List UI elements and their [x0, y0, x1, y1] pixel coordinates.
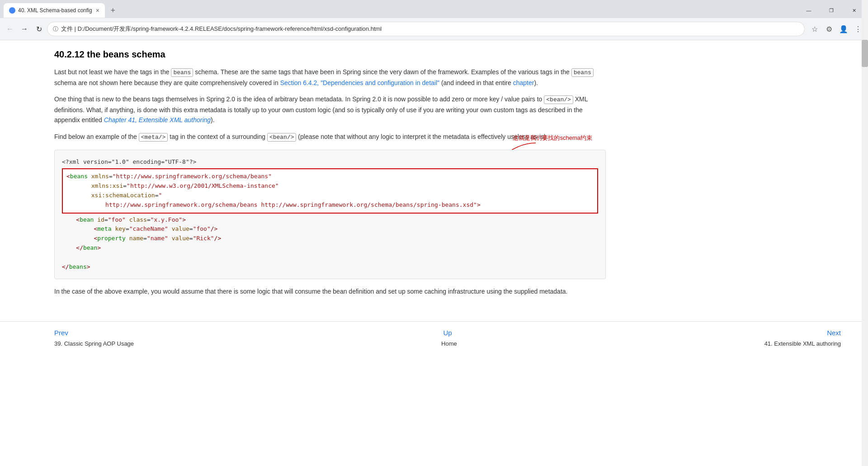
dependencies-link[interactable]: Section 6.4.2, "Dependencies and configu… — [280, 79, 439, 86]
bottom-nav: Prev Up Next 39. Classic Spring AOP Usag… — [0, 321, 868, 354]
back-button[interactable]: ← — [4, 23, 16, 35]
bean-close-bracket: </ — [76, 244, 83, 251]
maximize-button[interactable]: ❐ — [821, 3, 842, 18]
xmlns-attr: xmlns — [91, 173, 109, 180]
p1-text-end: ). — [534, 79, 538, 86]
meta-value-attr: value — [172, 225, 189, 232]
meta-self-close: /> — [211, 225, 218, 232]
address-bar[interactable]: ⓘ 文件 | D:/Document/开发库/spring-framework-… — [47, 22, 805, 36]
meta-tag: meta — [97, 225, 111, 232]
property-name-value: "name" — [147, 235, 168, 242]
user-button[interactable]: 👤 — [837, 23, 850, 35]
beans-close-bracket: > — [477, 201, 481, 208]
title-bar: 40. XML Schema-based config × + — ❐ ✕ — [0, 0, 868, 18]
tab-title: 40. XML Schema-based config — [18, 7, 92, 14]
beans-code-1: beans — [171, 68, 193, 77]
code-body: <bean id="foo" class="x.y.Foo"> <meta ke… — [62, 215, 598, 272]
code-pre: <?xml version="1.0" encoding="UTF-8"?> — [62, 157, 598, 167]
tab-close-button[interactable]: × — [96, 7, 99, 14]
code-block: <?xml version="1.0" encoding="UTF-8"?> <… — [54, 150, 606, 280]
up-page-label: Home — [441, 340, 457, 347]
bean-id-value: "foo" — [108, 216, 126, 223]
prev-link[interactable]: Prev — [54, 329, 68, 337]
p3-before: Find below an example of the — [54, 133, 139, 140]
property-tag: property — [97, 235, 126, 242]
meta-key-attr: key — [115, 225, 125, 232]
p3-middle: tag in the context of a surrounding — [168, 133, 267, 140]
paragraph-1: Last but not least we have the tags in t… — [54, 67, 606, 88]
bean-tag-code-2: <bean/> — [267, 133, 297, 142]
p3-after: (please note that without any logic to i… — [296, 133, 547, 140]
paragraph-2: One thing that is new to the beans tags … — [54, 94, 606, 125]
up-link[interactable]: Up — [443, 329, 452, 337]
beans-end-open: </ — [62, 263, 69, 270]
beans-code-2: beans — [571, 68, 594, 77]
paragraph-last: In the case of the above example, you wo… — [54, 286, 606, 296]
bean-class-attr: class — [129, 216, 147, 223]
bookmark-button[interactable]: ☆ — [808, 23, 821, 35]
url-text: 文件 | D:/Document/开发库/spring-framework-4.… — [61, 25, 799, 33]
bottom-nav-links: Prev Up Next — [54, 329, 841, 337]
bean-close-end: > — [97, 244, 101, 251]
next-link[interactable]: Next — [827, 329, 841, 337]
reload-button[interactable]: ↻ — [33, 23, 45, 35]
p1-text-mid: schema. These are the same tags that hav… — [193, 68, 571, 76]
section-heading: 40.2.12 the beans schema — [54, 49, 606, 60]
property-name-attr: name — [129, 235, 143, 242]
chapter41-link-text: Chapter 41, Extensible XML authoring — [104, 116, 211, 124]
active-tab[interactable]: 40. XML Schema-based config × — [4, 3, 105, 18]
new-tab-button[interactable]: + — [107, 4, 119, 17]
next-page-label: 41. Extensible XML authoring — [764, 340, 841, 347]
property-value-val: "Rick" — [193, 235, 214, 242]
browser-chrome: 40. XML Schema-based config × + — ❐ ✕ ← … — [0, 0, 868, 40]
meta-tag-code: <meta/> — [139, 133, 168, 142]
window-controls: — ❐ ✕ — [798, 3, 864, 18]
bean-open-bracket: < — [76, 216, 80, 223]
security-icon: ⓘ — [53, 25, 58, 33]
chapter-link[interactable]: chapter — [513, 79, 534, 86]
tab-favicon — [9, 7, 15, 14]
profile-button[interactable]: ⚙ — [823, 23, 835, 35]
bean-tag-code: <bean/> — [544, 95, 573, 104]
xsi-schemalocation-eq: " — [159, 192, 162, 199]
chapter41-link[interactable]: Chapter 41, Extensible XML authoring — [104, 116, 211, 124]
schema-location-value: http://www.springframework.org/schema/be… — [105, 201, 477, 208]
p2-text: One thing that is new to the beans tags … — [54, 95, 544, 103]
prev-page-label: 39. Classic Spring AOP Usage — [54, 340, 134, 347]
code-annotation-container: 这就是我们要找的schema约束 <?xml version="1.0" enc… — [54, 150, 606, 280]
forward-button[interactable]: → — [18, 23, 31, 35]
bean-id-attr: id — [97, 216, 104, 223]
toolbar-actions: ☆ ⚙ 👤 ⋮ — [808, 23, 864, 35]
meta-value-val: "foo" — [193, 225, 211, 232]
xmlns-xsi-attr: xmlns:xsi — [91, 182, 123, 189]
minimize-button[interactable]: — — [798, 3, 819, 18]
red-section-code: <beans xmlns="http://www.springframework… — [66, 172, 594, 209]
xsi-schemalocation-attr: xsi:schemaLocation — [91, 192, 155, 199]
property-value-attr: value — [172, 235, 189, 242]
beans-open-bracket: < — [66, 173, 70, 180]
bean-close-tag: bean — [83, 244, 97, 251]
bottom-nav-pages: 39. Classic Spring AOP Usage Home 41. Ex… — [54, 340, 841, 347]
bean-close-gt: > — [182, 216, 186, 223]
beans-close-tag: beans — [69, 263, 87, 270]
p1-text-before: Last but not least we have the tags in t… — [54, 68, 171, 76]
xmlns-value: "http://www.springframework.org/schema/b… — [113, 173, 272, 180]
p2-after-link: ). — [211, 116, 215, 124]
xml-declaration: <?xml version="1.0" encoding="UTF-8"?> — [62, 158, 196, 165]
nav-bar: ← → ↻ ⓘ 文件 | D:/Document/开发库/spring-fram… — [0, 18, 868, 40]
beans-tag-name: beans — [70, 173, 88, 180]
meta-key-value: "cacheName" — [129, 225, 168, 232]
page-content: 40.2.12 the beans schema Last but not le… — [0, 40, 633, 312]
p1-text-mid2: schema are not shown here because they a… — [54, 79, 280, 86]
p1-text-after: (and indeed in that entire — [439, 79, 513, 86]
scrollbar-thumb[interactable] — [862, 40, 868, 67]
bean-tag: bean — [80, 216, 94, 223]
scrollbar[interactable] — [862, 0, 868, 354]
red-border-schema-section: <beans xmlns="http://www.springframework… — [62, 168, 598, 213]
bean-class-value: "x.y.Foo" — [151, 216, 182, 223]
xmlns-xsi-value: "http://www.w3.org/2001/XMLSchema-instan… — [127, 182, 279, 189]
property-self-close: /> — [214, 235, 222, 242]
beans-end-close: > — [87, 263, 90, 270]
